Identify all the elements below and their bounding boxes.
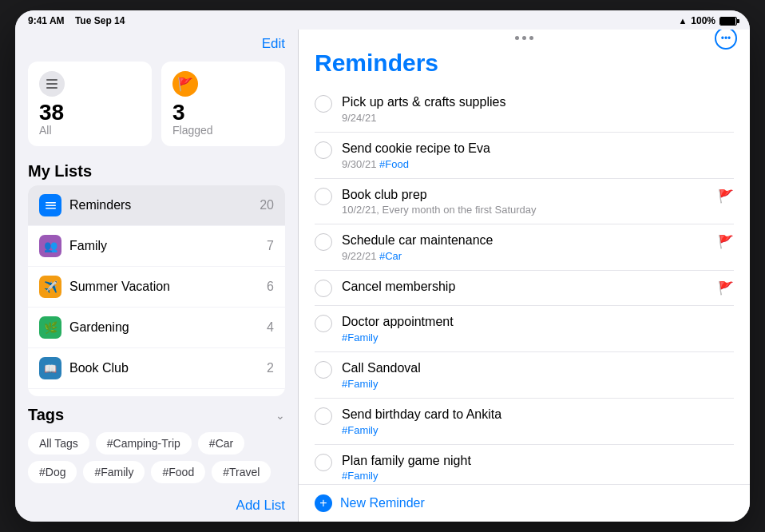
flag-icon: 🚩: [718, 234, 734, 249]
list-count: 20: [260, 198, 274, 212]
svg-rect-1: [46, 83, 57, 85]
reminder-title: Pick up arts & crafts supplies: [342, 94, 734, 111]
reminder-checkbox[interactable]: [315, 95, 332, 113]
reminder-title: Send birthday card to Ankita: [342, 407, 734, 423]
reminder-subtitle: 10/2/21, Every month on the first Saturd…: [342, 204, 708, 216]
list-icon: 👥: [39, 235, 61, 257]
ipad-frame: 9:41 AM Tue Sep 14 ▲ 100% Edit: [15, 10, 750, 522]
reminder-content: Send cookie recipe to Eva 9/30/21 #Food: [342, 141, 734, 170]
tags-chevron-icon[interactable]: ⌄: [275, 409, 285, 422]
list-item[interactable]: ✈️ Summer Vacation 6: [28, 267, 285, 308]
reminder-item: Cancel membership 🚩: [315, 271, 734, 306]
status-time: 9:41 AM Tue Sep 14: [28, 15, 125, 26]
reminder-checkbox[interactable]: [315, 141, 332, 159]
tag-pill[interactable]: All Tags: [28, 432, 89, 455]
reminder-tags: #Family: [342, 470, 734, 482]
reminder-subtitle: 9/30/21 #Food: [342, 158, 734, 170]
reminder-subtitle: 9/24/21: [342, 112, 734, 124]
list-name: Book Club: [69, 361, 259, 375]
add-list-button[interactable]: Add List: [236, 498, 285, 514]
tag-pill[interactable]: #Travel: [212, 461, 271, 483]
flagged-count: 3: [172, 101, 274, 124]
list-count: 6: [267, 280, 274, 294]
reminder-content: Plan family game night #Family: [342, 453, 734, 482]
reminder-item: Send birthday card to Ankita #Family: [315, 399, 734, 445]
tags-header: Tags ⌄: [28, 406, 285, 424]
new-reminder-row[interactable]: + New Reminder: [299, 484, 750, 522]
list-name: Reminders: [69, 198, 252, 212]
reminder-checkbox[interactable]: [315, 233, 332, 251]
all-icon: [39, 71, 65, 97]
reminder-title: Send cookie recipe to Eva: [342, 141, 734, 157]
reminder-title: Call Sandoval: [342, 360, 734, 377]
reminder-content: Pick up arts & crafts supplies 9/24/21: [342, 94, 734, 124]
reminders-list: Pick up arts & crafts supplies 9/24/21 S…: [299, 86, 750, 484]
list-item[interactable]: 🌿 Gardening 4: [28, 308, 285, 348]
list-name: Summer Vacation: [69, 280, 259, 294]
tag-pill[interactable]: #Camping-Trip: [96, 432, 192, 455]
reminder-checkbox[interactable]: [315, 407, 332, 425]
more-button[interactable]: •••: [715, 30, 737, 50]
new-reminder-label: New Reminder: [340, 496, 425, 510]
reminder-item: Schedule car maintenance 9/22/21 #Car 🚩: [315, 224, 734, 271]
reminder-checkbox[interactable]: [315, 361, 332, 379]
flag-icon: 🚩: [718, 280, 734, 296]
right-panel: ••• Reminders Pick up arts & crafts supp…: [299, 30, 750, 522]
reminder-content: Schedule car maintenance 9/22/21 #Car: [342, 232, 708, 262]
reminder-title: Book club prep: [342, 187, 708, 204]
reminder-checkbox[interactable]: [315, 188, 332, 205]
all-card[interactable]: 38 All: [28, 62, 152, 146]
wifi-icon: ▲: [678, 16, 687, 26]
reminder-checkbox[interactable]: [315, 315, 332, 332]
tag-pill[interactable]: #Family: [83, 461, 145, 483]
reminder-title: Plan family game night: [342, 453, 734, 470]
status-bar: 9:41 AM Tue Sep 14 ▲ 100%: [15, 10, 750, 30]
list-icon: 🌿: [39, 316, 61, 339]
edit-button[interactable]: Edit: [262, 36, 285, 52]
add-list-row: Add List: [15, 490, 298, 522]
list-count: 7: [267, 239, 274, 253]
reminder-content: Doctor appointment #Family: [342, 314, 734, 343]
list-item[interactable]: Reminders 20: [28, 185, 285, 226]
reminder-checkbox[interactable]: [315, 280, 332, 297]
list-items: Reminders 20 👥 Family 7 ✈️ Summer Vacati…: [28, 185, 285, 396]
svg-rect-5: [46, 208, 56, 209]
tag-pill[interactable]: #Car: [198, 432, 244, 455]
tag-pill[interactable]: #Dog: [28, 461, 77, 483]
reminder-title: Cancel membership: [342, 279, 708, 296]
reminder-item: Pick up arts & crafts supplies 9/24/21: [315, 86, 734, 133]
reminder-content: Cancel membership: [342, 279, 708, 296]
list-name: Gardening: [69, 320, 259, 335]
list-name: Family: [69, 239, 259, 253]
all-count: 38: [39, 101, 141, 124]
svg-rect-3: [46, 202, 56, 204]
list-icon: ✈️: [39, 276, 61, 298]
reminder-checkbox[interactable]: [315, 454, 332, 471]
list-icon: 📖: [39, 357, 61, 379]
flag-icon: 🚩: [718, 189, 734, 204]
reminder-item: Call Sandoval #Family: [315, 352, 734, 399]
list-item[interactable]: 📖 Book Club 2: [28, 348, 285, 389]
drag-handle: [515, 36, 533, 40]
my-lists-title: My Lists: [15, 153, 298, 185]
reminder-title: Schedule car maintenance: [342, 232, 708, 249]
new-reminder-plus-icon: +: [315, 494, 332, 512]
list-count: 4: [267, 320, 274, 335]
list-item[interactable]: 🛒 Groceries 7: [28, 389, 285, 396]
reminder-content: Book club prep 10/2/21, Every month on t…: [342, 187, 708, 216]
svg-rect-2: [46, 87, 57, 89]
list-icon: [39, 194, 61, 216]
reminder-content: Send birthday card to Ankita #Family: [342, 407, 734, 436]
list-item[interactable]: 👥 Family 7: [28, 226, 285, 267]
time-label: 9:41 AM: [28, 15, 65, 26]
left-panel: Edit 38 All: [15, 30, 299, 522]
reminder-item: Doctor appointment #Family: [315, 306, 734, 352]
dot-1: [515, 36, 519, 40]
dot-3: [529, 36, 533, 40]
tag-pill[interactable]: #Food: [151, 461, 205, 483]
left-panel-header: Edit: [15, 30, 298, 55]
reminder-tags: #Family: [342, 378, 734, 390]
reminder-content: Call Sandoval #Family: [342, 360, 734, 390]
flagged-card[interactable]: 🚩 3 Flagged: [161, 62, 285, 146]
main-content: Edit 38 All: [15, 30, 750, 522]
